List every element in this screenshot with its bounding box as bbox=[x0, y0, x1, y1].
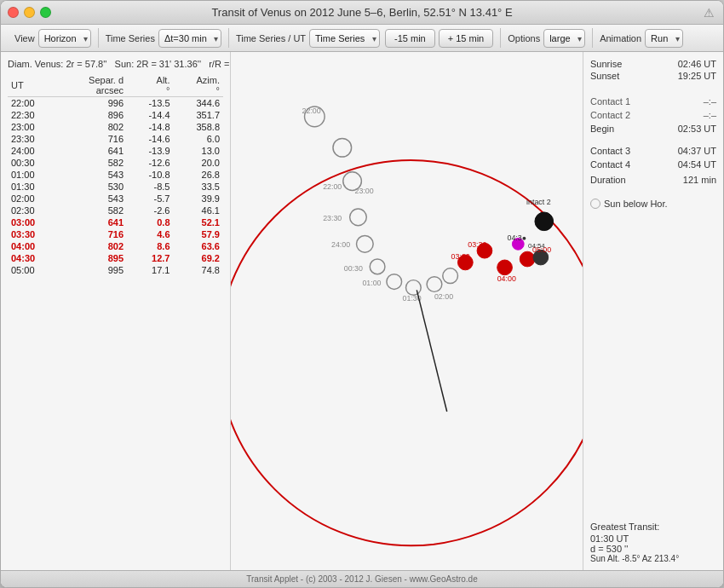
table-row: 04:3089512.769.2 bbox=[8, 252, 223, 264]
cell-sep: 530 bbox=[58, 181, 127, 193]
meridian-line bbox=[417, 290, 446, 412]
transit-diagram: 22:00 22:00 23:00 23:30 24:00 00:30 bbox=[231, 52, 583, 570]
diam-venus: Diam. Venus: 2r = 57.8'' bbox=[8, 59, 106, 69]
contact2-label: Contact 2 bbox=[590, 110, 630, 120]
view-select[interactable]: Horizon bbox=[38, 29, 91, 48]
toolbar: View Horizon Time Series Δt=30 min Time … bbox=[1, 25, 723, 52]
duration-line: Duration 121 min bbox=[590, 175, 716, 185]
contact3-line: Contact 3 04:37 UT bbox=[590, 146, 716, 156]
cell-sep: 543 bbox=[58, 169, 127, 181]
col-ut: UT bbox=[8, 74, 58, 97]
left-panel: Diam. Venus: 2r = 57.8'' Sun: 2R = 31' 3… bbox=[1, 52, 231, 570]
label-2330: 23:30 bbox=[323, 214, 342, 222]
window-controls bbox=[8, 7, 51, 18]
contact3-value: 04:37 UT bbox=[678, 146, 716, 156]
contact1-label: Contact 1 bbox=[590, 96, 630, 107]
minimize-button[interactable] bbox=[24, 7, 35, 18]
maximize-button[interactable] bbox=[40, 7, 51, 18]
run-select-wrapper: Run bbox=[645, 29, 683, 48]
venus-2330 bbox=[350, 209, 367, 226]
greatest-sun: Sun Alt. -8.5° Az 213.4° bbox=[590, 554, 716, 563]
cell-az: 33.5 bbox=[174, 181, 224, 193]
venus-0400 bbox=[497, 260, 513, 275]
cell-sep: 802 bbox=[58, 240, 127, 252]
cell-sep: 641 bbox=[58, 145, 127, 157]
contact3-label: Contact 3 bbox=[590, 146, 630, 156]
warning-icon: ⚠ bbox=[704, 6, 715, 20]
animation-group: Animation Run bbox=[593, 28, 690, 48]
sunset-label: Sunset bbox=[590, 71, 619, 81]
cell-ut: 22:30 bbox=[8, 109, 58, 121]
venus-2230 bbox=[333, 138, 352, 157]
cell-ut: 23:00 bbox=[8, 121, 58, 133]
cell-ut: 05:00 bbox=[8, 264, 58, 276]
label-0100: 01:00 bbox=[362, 280, 381, 288]
cell-az: 6.0 bbox=[174, 133, 224, 145]
table-row: 05:0099517.174.8 bbox=[8, 264, 223, 276]
cell-az: 52.1 bbox=[174, 216, 224, 228]
view-group: View Horizon bbox=[8, 28, 99, 48]
sunrise-block: Sunrise 02:46 UT Sunset 19:25 UT bbox=[590, 59, 716, 83]
cell-alt: -14.4 bbox=[127, 109, 173, 121]
sun-below-icon bbox=[590, 199, 600, 209]
greatest-d: d = 530 '' bbox=[590, 544, 716, 554]
plus-15-button[interactable]: + 15 min bbox=[439, 29, 494, 48]
table-row: 01:30530-8.533.5 bbox=[8, 181, 223, 193]
contact4-label: Contact 4 bbox=[590, 159, 630, 170]
venus-2400 bbox=[357, 236, 374, 253]
venus-0030 bbox=[370, 259, 385, 274]
cell-sep: 996 bbox=[58, 97, 127, 110]
run-select[interactable]: Run bbox=[645, 29, 683, 48]
cell-alt: -10.8 bbox=[127, 169, 173, 181]
footer-bar: Transit Applet - (c) 2003 - 2012 J. Gies… bbox=[1, 570, 723, 587]
cell-alt: -13.9 bbox=[127, 145, 173, 157]
greatest-section: Greatest Transit: 01:30 UT d = 530 '' Su… bbox=[590, 515, 716, 563]
cell-az: 26.8 bbox=[174, 169, 224, 181]
time-series-ut-select[interactable]: Time Series bbox=[309, 29, 380, 48]
cell-alt: 0.8 bbox=[127, 216, 173, 228]
label-contact4: 04:54 bbox=[528, 242, 545, 250]
minus-15-button[interactable]: -15 min bbox=[385, 29, 435, 48]
sun-below-section: Sun below Hor. bbox=[590, 199, 716, 209]
table-row: 03:307164.657.9 bbox=[8, 228, 223, 240]
cell-ut: 02:30 bbox=[8, 205, 58, 216]
cell-sep: 802 bbox=[58, 121, 127, 133]
label-0437: 04:3● bbox=[508, 233, 527, 242]
cell-sep: 543 bbox=[58, 193, 127, 205]
footer-text: Transit Applet - (c) 2003 - 2012 J. Gies… bbox=[246, 574, 477, 584]
cell-az: 358.8 bbox=[174, 121, 224, 133]
begin-label: Begin bbox=[590, 124, 614, 134]
diam-info: Diam. Venus: 2r = 57.8'' Sun: 2R = 31' 3… bbox=[8, 59, 223, 69]
cell-sep: 582 bbox=[58, 205, 127, 216]
duration-value: 121 min bbox=[683, 175, 716, 185]
greatest-ut: 01:30 UT bbox=[590, 533, 716, 544]
label-0200: 02:00 bbox=[434, 292, 453, 301]
cell-sep: 716 bbox=[58, 228, 127, 240]
label-0300: 03:00 bbox=[451, 252, 470, 261]
contact2-value: –:– bbox=[704, 110, 716, 120]
cell-ut: 23:30 bbox=[8, 133, 58, 145]
cell-sep: 995 bbox=[58, 264, 127, 276]
time-series-select[interactable]: Δt=30 min bbox=[158, 29, 221, 48]
cell-alt: -8.5 bbox=[127, 181, 173, 193]
size-select[interactable]: large bbox=[543, 29, 585, 48]
label-2300: 22:00 bbox=[323, 182, 342, 191]
time-series-ut-group: Time Series / UT Time Series -15 min + 1… bbox=[229, 28, 501, 48]
sunrise-line: Sunrise 02:46 UT bbox=[590, 59, 716, 69]
cell-ut: 03:30 bbox=[8, 228, 58, 240]
contact1-line: Contact 1 –:– bbox=[590, 96, 716, 107]
cell-az: 20.0 bbox=[174, 157, 224, 169]
label-0330: 03:30 bbox=[468, 240, 486, 249]
right-panel: Sunrise 02:46 UT Sunset 19:25 UT Contact… bbox=[583, 52, 723, 570]
cell-alt: -5.7 bbox=[127, 193, 173, 205]
table-row: 22:00996-13.5344.6 bbox=[8, 97, 223, 110]
view-select-wrapper: Horizon bbox=[38, 29, 91, 48]
table-row: 02:30582-2.646.1 bbox=[8, 205, 223, 216]
close-button[interactable] bbox=[8, 7, 19, 18]
cell-ut: 01:30 bbox=[8, 181, 58, 193]
cell-ut: 04:30 bbox=[8, 252, 58, 264]
content-area: Diam. Venus: 2r = 57.8'' Sun: 2R = 31' 3… bbox=[1, 52, 723, 570]
sunrise-value: 02:46 UT bbox=[678, 59, 716, 69]
col-alt: Alt.° bbox=[127, 74, 173, 97]
col-az: Azim.° bbox=[174, 74, 224, 97]
